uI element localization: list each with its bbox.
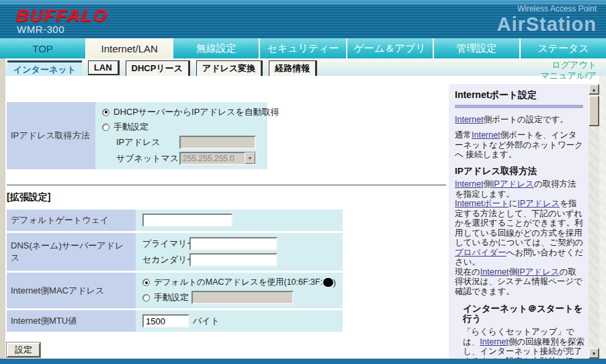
quick-links: ログアウト マニュアル/ア: [541, 60, 597, 81]
dhcp-auto-label[interactable]: DHCPサーバーからIPアドレスを自動取得: [114, 106, 279, 118]
subnet-mask-field: サブネットマスク 255.255.255.0 ▼: [116, 152, 261, 165]
tab-game-apps[interactable]: ゲーム＆アプリ: [347, 38, 434, 58]
subnav-dhcp-lease[interactable]: DHCPリース: [126, 60, 190, 77]
subnet-mask-value: 255.255.255.0: [183, 154, 234, 163]
subnav-address-translation[interactable]: アドレス変換: [196, 60, 263, 77]
scroll-down-icon[interactable]: ▼: [589, 348, 599, 359]
subnet-mask-label: サブネットマスク: [116, 152, 177, 165]
help-link[interactable]: IPアドレス: [492, 179, 534, 189]
help-link[interactable]: Internet: [480, 267, 509, 277]
extended-settings-heading: [拡張設定]: [7, 191, 449, 203]
ip-method-table: IPアドレス取得方法 DHCPサーバーからIPアドレスを自動取得 手動設定 IP…: [7, 102, 449, 169]
mtu-input[interactable]: [142, 314, 189, 328]
mac-manual-option: 手動設定: [142, 291, 336, 304]
mtu-field: バイト: [142, 314, 336, 328]
ip-method-label: IPアドレス取得方法: [7, 102, 95, 169]
dns-primary-label: プライマリー:: [142, 238, 189, 250]
help-link[interactable]: Internetポート: [455, 199, 509, 208]
mac-manual-radio[interactable]: [142, 294, 150, 302]
help-link[interactable]: プロバイダー: [455, 248, 506, 257]
subnav-route-info[interactable]: 経路情報: [269, 60, 317, 77]
mtu-row: Internet側MTU値 バイト: [7, 310, 449, 332]
mtu-label: Internet側MTU値: [7, 310, 136, 332]
dhcp-auto-option: DHCPサーバーからIPアドレスを自動取得: [102, 106, 261, 118]
main-tab-bar: TOP Internet/LAN 無線設定 セキュリティー ゲーム＆アプリ 管理…: [0, 38, 606, 58]
dhcp-auto-radio[interactable]: [102, 109, 110, 116]
gateway-label: デフォルトゲートウェイ: [7, 210, 136, 231]
dns-value: プライマリー: セカンダリー:: [136, 233, 343, 271]
scrollbar-thumb[interactable]: [589, 95, 599, 126]
help-divider: [455, 105, 583, 108]
help-atstart-section: インターネット＠スタートを行う 「らくらくセットアップ」では、Internet側…: [463, 304, 585, 359]
mac-address-redacted: [323, 278, 333, 287]
dns-row: DNS(ネーム)サーバーアドレス プライマリー: セカンダリー:: [7, 233, 449, 271]
help-link[interactable]: Internet: [472, 130, 500, 140]
logout-link[interactable]: ログアウト: [541, 60, 597, 71]
dns-secondary-input[interactable]: [189, 253, 277, 267]
ip-method-value: DHCPサーバーからIPアドレスを自動取得 手動設定 IPアドレス サブネットマ…: [95, 102, 267, 169]
manual-ip-option: 手動設定: [102, 121, 261, 133]
subnet-mask-select[interactable]: 255.255.255.0 ▼: [179, 152, 256, 165]
dns-primary-field: プライマリー:: [142, 237, 336, 251]
sub-nav-bar: インターネット LAN DHCPリース アドレス変換 経路情報: [5, 58, 606, 76]
help-link[interactable]: IPアドレス: [517, 267, 560, 277]
help-link[interactable]: IPアドレス: [517, 199, 560, 208]
left-border-strip: [0, 58, 5, 359]
model-name: WMR-300: [17, 24, 64, 35]
scroll-up-icon[interactable]: ▲: [589, 84, 599, 95]
tab-top[interactable]: TOP: [0, 38, 87, 58]
apply-button[interactable]: 設定: [7, 343, 40, 357]
help-paragraph: Internet側ポートの設定です。: [455, 115, 585, 125]
mac-manual-input[interactable]: [191, 291, 294, 304]
help-paragraph: 通常Internet側ポートを、インターネットなど外部のネットワークへ 接続しま…: [455, 130, 585, 160]
tab-internet-lan[interactable]: Internet/LAN: [87, 38, 173, 58]
subnav-lan[interactable]: LAN: [88, 60, 120, 75]
gateway-value: [136, 210, 343, 231]
help-heading-ip-method: IPアドレス取得方法: [455, 167, 585, 177]
help-link[interactable]: Internet: [455, 115, 483, 124]
help-paragraph: 現在のInternet側IPアドレスの取得状況は、システム情報ページで確認できま…: [455, 267, 585, 297]
mac-default-label[interactable]: デフォルトのMACアドレスを使用(10:6F:3F:: [154, 277, 322, 288]
dns-primary-input[interactable]: [189, 237, 277, 251]
mac-address-row: Internet側MACアドレス デフォルトのMACアドレスを使用(10:6F:…: [7, 273, 449, 308]
ip-address-input[interactable]: [179, 136, 256, 149]
mac-address-label: Internet側MACアドレス: [7, 273, 136, 308]
help-paragraph: 「らくらくセットアップ」では、Internet側の回線種別を探索し、インターネッ…: [463, 327, 585, 359]
help-title: Internetポート設定: [455, 90, 585, 100]
help-scrollbar[interactable]: ▲ ▼: [589, 84, 599, 359]
tab-status[interactable]: ステータス: [521, 38, 606, 58]
dns-secondary-label: セカンダリー:: [142, 254, 189, 266]
help-heading-atstart: インターネット＠スタートを行う: [463, 304, 585, 324]
mtu-unit: バイト: [193, 315, 220, 327]
dns-label: DNS(ネーム)サーバーアドレス: [7, 233, 136, 271]
tab-admin-settings[interactable]: 管理設定: [434, 38, 521, 58]
mac-address-value: デフォルトのMACアドレスを使用(10:6F:3F:) 手動設定: [136, 273, 343, 308]
section-divider: [7, 185, 446, 185]
manual-ip-radio[interactable]: [102, 124, 110, 131]
help-paragraph: InternetポートにIPアドレスを指定する方法として、下記のいずれかを選択す…: [455, 199, 585, 267]
bottom-bar: [0, 359, 606, 364]
mac-default-radio[interactable]: [142, 279, 150, 286]
gateway-input[interactable]: [142, 214, 232, 227]
right-edge-strip: [599, 76, 606, 359]
mac-default-option: デフォルトのMACアドレスを使用(10:6F:3F:): [142, 277, 336, 288]
dropdown-arrow-icon[interactable]: ▼: [245, 152, 255, 164]
mac-manual-label[interactable]: 手動設定: [154, 291, 189, 304]
manual-link[interactable]: マニュアル/ア: [541, 71, 597, 81]
airstation-branding: Wireless Access Point AirStation: [496, 5, 597, 34]
tagline: Wireless Access Point: [496, 5, 597, 13]
help-paragraph: Internet側IPアドレスの取得方法を指定します。: [455, 179, 585, 199]
main-content: IPアドレス取得方法 DHCPサーバーからIPアドレスを自動取得 手動設定 IP…: [5, 76, 449, 359]
app-header: BUFFALO WMR-300 Wireless Access Point Ai…: [0, 0, 606, 38]
tab-security[interactable]: セキュリティー: [260, 38, 347, 58]
mtu-value-cell: バイト: [136, 310, 343, 332]
tab-wireless-settings[interactable]: 無線設定: [173, 38, 260, 58]
manual-ip-label[interactable]: 手動設定: [114, 121, 148, 133]
help-link[interactable]: Internet: [480, 337, 508, 347]
help-panel: Internetポート設定 Internet側ポートの設定です。 通常Inter…: [449, 84, 599, 359]
dns-secondary-field: セカンダリー:: [142, 253, 336, 267]
gateway-row: デフォルトゲートウェイ: [7, 210, 449, 231]
ip-address-label: IPアドレス: [116, 136, 177, 148]
ip-address-field: IPアドレス: [116, 136, 261, 149]
help-link[interactable]: Internet: [455, 179, 483, 189]
